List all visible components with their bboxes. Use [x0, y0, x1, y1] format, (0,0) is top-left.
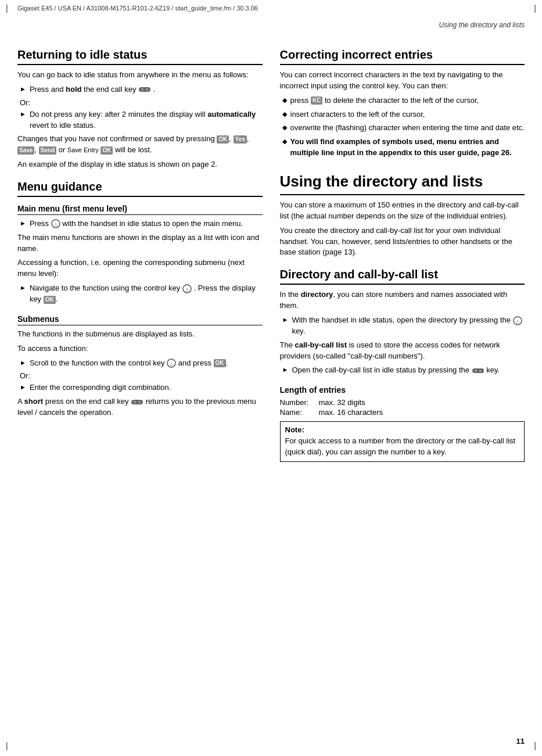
subsection-title-directory: Directory and call-by-call list — [280, 267, 525, 281]
bullet-press-kc: ◆ press KC to delete the character to th… — [280, 95, 525, 106]
yes-badge: Yes — [234, 135, 247, 144]
bullet-text-overwrite: overwrite the (flashing) character when … — [290, 123, 525, 134]
right-column: Correcting incorrect entries You can cor… — [280, 48, 525, 462]
bullet-text-examples: You will find examples of symbols used, … — [290, 137, 525, 159]
bullet-open-directory: ► With the handset in idle status, open … — [280, 315, 525, 337]
subsection-divider-submenus — [17, 325, 263, 325]
svg-rect-15 — [475, 370, 477, 372]
right-section-label: Using the directory and lists — [439, 21, 525, 29]
para-submenus-displayed: The functions in the submenus are dis­pl… — [17, 329, 263, 340]
svg-rect-9 — [131, 400, 143, 404]
subsection-title-submenus: Submenus — [17, 314, 263, 324]
section-divider-menu — [17, 196, 263, 197]
bullet-open-cbc: ► Open the call-by-call list in idle sta… — [280, 365, 525, 376]
entries-row-name: Name: max. 16 characters — [280, 408, 525, 417]
section-title-directory: Using the directory and lists — [280, 173, 525, 191]
endcall-key-icon-3 — [472, 366, 487, 374]
ctrl-key-icon-1: △ — [51, 219, 63, 228]
bullet-examples: ◆ You will find examples of symbols used… — [280, 137, 525, 159]
header-left-text: Gigaset E45 / USA EN / A31008-M1751-R101… — [17, 5, 258, 12]
bullet-scroll-function: ► Scroll to the function with the contro… — [17, 358, 263, 369]
svg-rect-0 — [139, 87, 150, 92]
page-number: 11 — [516, 737, 525, 746]
section-title-returning: Returning to idle status — [17, 48, 263, 62]
svg-text:△: △ — [54, 222, 58, 227]
main-content: Returning to idle status You can go back… — [0, 42, 542, 479]
bullet-text-open-dir: With the handset in idle status, open th… — [292, 315, 525, 337]
subsection-title-length: Length of entries — [280, 385, 525, 395]
corner-mark-tr: | — [534, 3, 536, 13]
arrow-icon-8: ► — [282, 366, 289, 373]
diamond-icon-1: ◆ — [282, 96, 287, 104]
arrow-icon-3: ► — [20, 220, 26, 227]
subsection-directory-list: Directory and call-by-call list In the d… — [280, 267, 525, 376]
corner-mark-bl: | — [6, 741, 8, 750]
ctrl-key-icon-3: △ — [167, 359, 178, 367]
subsection-title-main-menu: Main menu (first menu level) — [17, 204, 263, 213]
arrow-icon-1: ► — [20, 85, 26, 92]
svg-rect-16 — [479, 370, 482, 372]
para-directory-2: You create the directory and call-by-cal… — [280, 225, 525, 259]
diamond-icon-2: ◆ — [282, 110, 287, 118]
bullet-text-insert: insert characters to the left of the cur… — [290, 109, 525, 120]
entries-value-number: max. 32 digits — [319, 398, 365, 407]
arrow-icon-7: ► — [282, 316, 289, 323]
subsection-submenus: Submenus The functions in the submenus a… — [17, 314, 263, 418]
entries-row-number: Number: max. 32 digits — [280, 398, 525, 407]
bullet-text-kc: press KC to delete the character to the … — [290, 95, 525, 106]
page-header: Gigaset E45 / USA EN / A31008-M1751-R101… — [0, 0, 542, 14]
section-divider-correcting — [280, 64, 525, 65]
endcall-key-icon-1 — [138, 85, 153, 94]
entries-label-number: Number: — [280, 398, 312, 407]
ok-badge-2: OK — [100, 146, 113, 155]
section-correcting: Correcting incorrect entries You can cor… — [280, 48, 525, 159]
para-correcting-1: You can correct incorrect characters in … — [280, 70, 525, 92]
note-title: Note: — [285, 425, 520, 434]
section-divider-returning — [17, 64, 263, 65]
bullet-insert-chars: ◆ insert characters to the left of the c… — [280, 109, 525, 120]
or-label-1: Or: — [20, 98, 263, 107]
para-changes: Changes that you have not confirmed or s… — [17, 134, 263, 156]
send-badge: Send — [39, 146, 56, 155]
svg-text:△: △ — [170, 361, 174, 367]
bullet-press-ctrl: ► Press △ with the handset in idle statu… — [17, 218, 263, 230]
arrow-icon-5: ► — [20, 359, 26, 366]
para-returning-1: You can go back to idle status from any­… — [17, 70, 263, 81]
bullet-text-navigate: Navigate to the function using the con­t… — [30, 283, 263, 305]
para-directory-1: You can store a maximum of 150 entries i… — [280, 200, 525, 222]
bullet-text-scroll: Scroll to the function with the control … — [30, 358, 263, 369]
or-label-2: Or: — [20, 371, 263, 380]
para-in-directory: In the directory, you can store numbers … — [280, 289, 525, 311]
svg-rect-2 — [146, 88, 148, 91]
ok-badge-3: OK — [44, 296, 56, 304]
para-accessing-function: Accessing a function, i.e. opening the c… — [17, 257, 263, 280]
bullet-digit-combo: ► Enter the corresponding digit combina­… — [17, 382, 263, 393]
corner-mark-tl: | — [6, 3, 8, 13]
svg-rect-14 — [472, 368, 484, 373]
bullet-press-hold: ► Press and hold the end call key . — [17, 84, 263, 95]
page: | | | | Gigaset E45 / USA EN / A31008-M1… — [0, 0, 542, 756]
svg-rect-1 — [141, 88, 143, 91]
para-short-press: A short press on the end call key return… — [17, 396, 263, 418]
section-directory: Using the directory and lists You can st… — [280, 173, 525, 462]
arrow-icon-4: ► — [20, 284, 26, 291]
subsection-divider-directory — [280, 284, 525, 285]
ok-badge-1: OK — [217, 135, 229, 144]
para-example-idle: An example of the display in idle status… — [17, 159, 263, 170]
ctrl-key-icon-2: △ — [182, 284, 194, 292]
bullet-text-press-hold: Press and hold the end call key . — [30, 84, 263, 95]
corner-mark-br: | — [534, 741, 536, 750]
bullet-text-digit: Enter the corresponding digit combina­ti… — [30, 382, 263, 393]
note-box: Note: For quick access to a number from … — [280, 421, 525, 462]
entries-table: Number: max. 32 digits Name: max. 16 cha… — [280, 398, 525, 417]
save-entry-label: Save Entry — [67, 146, 99, 153]
kc-badge: KC — [311, 96, 322, 105]
bullet-no-key: ► Do not press any key: after 2 minutes … — [17, 109, 263, 131]
save-badge: Save — [17, 146, 34, 155]
bullet-text-no-key: Do not press any key: after 2 minutes th… — [30, 109, 263, 131]
section-divider-directory — [280, 194, 525, 195]
section-menu-guidance: Menu guidance Main menu (first menu leve… — [17, 180, 263, 418]
note-text: For quick access to a number from the di… — [285, 436, 520, 458]
diamond-icon-4: ◆ — [282, 138, 287, 145]
para-call-by-call: The call-by-call list is used to store t… — [280, 340, 525, 362]
